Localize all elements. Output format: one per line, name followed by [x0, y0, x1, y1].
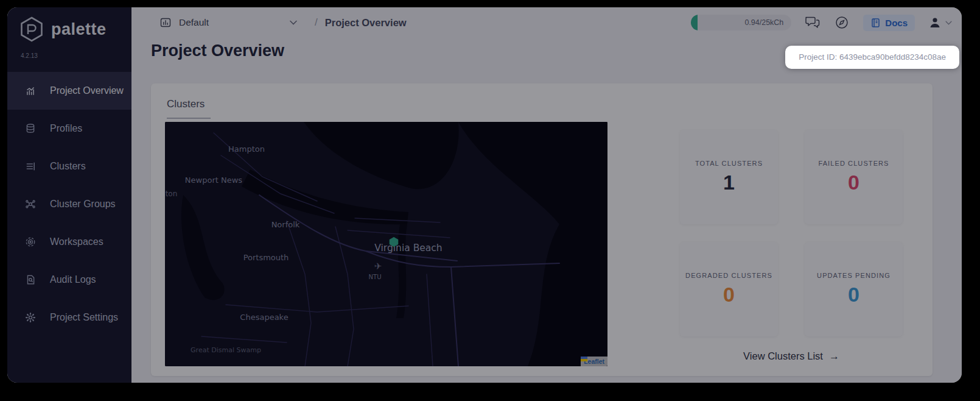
stat-label: DEGRADED CLUSTERS	[685, 272, 772, 279]
sidebar-item-label: Project Overview	[50, 85, 124, 96]
clusters-list-icon	[24, 160, 37, 172]
project-id-tooltip: Project ID: 6439ebca90befdd8234c08ae	[785, 46, 959, 69]
breadcrumb-current[interactable]: Project Overview	[325, 17, 407, 29]
map-label: Portsmouth	[243, 253, 289, 262]
map-label: NTU	[369, 274, 382, 280]
sidebar-item-workspaces[interactable]: Workspaces	[7, 223, 131, 261]
overview-chart-icon	[24, 85, 37, 97]
chart-icon	[159, 16, 172, 29]
map-label: Chesapeake	[240, 313, 288, 322]
stat-label: UPDATES PENDING	[817, 272, 891, 279]
sidebar-item-project-settings[interactable]: Project Settings	[7, 299, 131, 336]
tab-clusters[interactable]: Clusters	[167, 98, 205, 110]
map-attribution[interactable]: Leaflet	[581, 357, 607, 366]
chevron-down-icon	[290, 20, 297, 25]
user-icon	[928, 16, 942, 29]
stat-total-clusters: TOTAL CLUSTERS 1	[680, 130, 778, 224]
audit-logs-icon	[24, 274, 37, 286]
stat-updates-pending: UPDATES PENDING 0	[805, 242, 903, 336]
scope-selector-value: Default	[179, 17, 209, 28]
tab-underline	[167, 118, 211, 119]
clusters-card: Clusters	[151, 83, 933, 376]
airport-icon: ✈	[374, 261, 382, 272]
compass-icon[interactable]	[834, 15, 850, 30]
chat-icon[interactable]	[805, 15, 821, 30]
stat-value: 0	[848, 283, 859, 307]
stat-label: FAILED CLUSTERS	[818, 160, 889, 167]
topbar-actions: 0.94/25kCh	[691, 7, 952, 38]
stat-degraded-clusters: DEGRADED CLUSTERS 0	[680, 242, 778, 336]
stat-label: TOTAL CLUSTERS	[695, 160, 763, 167]
sidebar: palette 4.2.13 Project Overview	[7, 7, 131, 383]
brand-name: palette	[51, 20, 107, 39]
sidebar-item-project-overview[interactable]: Project Overview	[7, 72, 131, 110]
book-icon	[870, 18, 881, 28]
sidebar-nav: Project Overview Profiles	[7, 72, 131, 336]
sidebar-item-audit-logs[interactable]: Audit Logs	[7, 261, 131, 299]
map-label: Virginia Beach	[374, 243, 442, 254]
sidebar-item-label: Audit Logs	[50, 274, 96, 285]
docs-button[interactable]: Docs	[863, 15, 915, 31]
palette-logo-icon	[18, 16, 45, 43]
topbar: Default / Project Overview 0.94/25kCh	[131, 7, 962, 38]
stat-value: 0	[848, 171, 859, 194]
page-title: Project Overview	[151, 41, 284, 60]
usage-progress-fill	[691, 15, 698, 30]
sidebar-item-cluster-groups[interactable]: Cluster Groups	[7, 185, 131, 223]
sidebar-item-label: Cluster Groups	[50, 199, 116, 210]
chevron-down-icon	[945, 21, 952, 25]
app-version: 4.2.13	[21, 52, 38, 59]
brand: palette	[18, 16, 107, 43]
sidebar-item-clusters[interactable]: Clusters	[7, 147, 131, 185]
map-label: llton	[165, 190, 177, 198]
view-clusters-list-label: View Clusters List	[743, 350, 823, 361]
breadcrumb-separator: /	[315, 16, 318, 29]
sidebar-item-profiles[interactable]: Profiles	[7, 110, 131, 147]
cluster-stats: TOTAL CLUSTERS 1 FAILED CLUSTERS 0 DEGRA…	[680, 130, 903, 336]
usage-text: 0.94/25kCh	[744, 15, 783, 30]
clusters-map[interactable]: Hampton Newport News llton Norfolk Virgi…	[165, 122, 607, 366]
settings-gear-icon	[24, 311, 37, 324]
arrow-right-icon: →	[829, 350, 839, 362]
cluster-groups-nodes-icon	[24, 198, 37, 210]
breadcrumb: / Project Overview	[315, 13, 407, 32]
usage-badge[interactable]: 0.94/25kCh	[691, 15, 791, 30]
workspaces-rings-icon	[24, 236, 37, 248]
map-label: Great Dismal Swamp	[191, 346, 261, 354]
profiles-stack-icon	[24, 122, 37, 135]
app-window: palette 4.2.13 Project Overview	[7, 7, 962, 383]
ukraine-flag-icon	[581, 357, 587, 361]
stat-failed-clusters: FAILED CLUSTERS 0	[805, 130, 903, 224]
user-menu[interactable]	[928, 16, 952, 29]
map-label: Newport News	[185, 176, 242, 185]
sidebar-item-label: Workspaces	[50, 236, 103, 247]
project-scope-selector[interactable]: Default	[159, 13, 297, 32]
sidebar-item-label: Project Settings	[50, 312, 118, 323]
sidebar-item-label: Profiles	[50, 123, 82, 134]
docs-button-label: Docs	[885, 18, 908, 28]
sidebar-item-label: Clusters	[50, 161, 86, 172]
map-label: Hampton	[228, 144, 265, 154]
stat-value: 1	[723, 171, 735, 194]
view-clusters-list-link[interactable]: View Clusters List→	[680, 350, 903, 363]
stat-value: 0	[723, 283, 735, 307]
map-label: Norfolk	[271, 220, 300, 229]
